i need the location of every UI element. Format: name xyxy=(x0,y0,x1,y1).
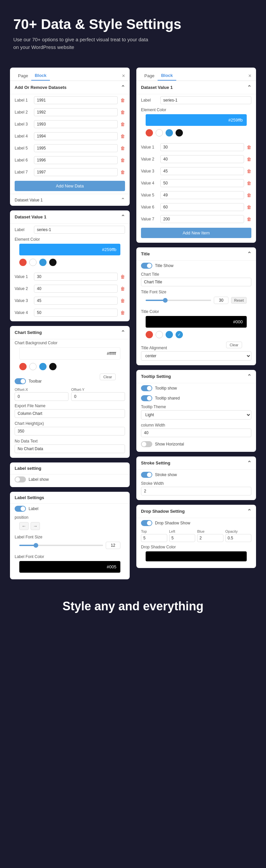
title-swatch-check[interactable]: ✓ xyxy=(175,331,183,338)
rvalue-input-7[interactable] xyxy=(160,215,244,223)
swatch-red-right[interactable] xyxy=(146,129,153,136)
label-input-5[interactable] xyxy=(34,144,118,152)
label-font-size-thumb[interactable] xyxy=(34,543,38,548)
tooltip-theme-select[interactable]: Light xyxy=(141,410,252,420)
delete-value-2[interactable]: 🗑 xyxy=(120,286,125,291)
export-file-input[interactable] xyxy=(14,409,125,418)
label-input-2[interactable] xyxy=(34,108,118,116)
rdelete-1[interactable]: 🗑 xyxy=(247,145,252,150)
chart-height-input[interactable] xyxy=(14,427,125,435)
rdelete-2[interactable]: 🗑 xyxy=(247,156,252,162)
delete-label-4[interactable]: 🗑 xyxy=(120,133,125,139)
title-font-size-thumb[interactable] xyxy=(163,298,168,303)
title-alignment-select[interactable]: center xyxy=(141,351,252,361)
bg-swatch-red[interactable] xyxy=(19,363,27,370)
swatch-blue-right[interactable] xyxy=(166,129,173,136)
tooltip-show-toggle[interactable] xyxy=(141,385,152,391)
title-swatch-red[interactable] xyxy=(146,331,153,338)
swatch-blue[interactable] xyxy=(39,259,46,266)
title-show-toggle[interactable] xyxy=(141,263,152,269)
value-input-2[interactable] xyxy=(34,285,118,293)
label-font-color-display[interactable]: #005 xyxy=(19,561,120,573)
toolbar-toggle[interactable] xyxy=(14,378,26,384)
stroke-collapse[interactable] xyxy=(247,460,252,466)
close-icon-right[interactable]: × xyxy=(248,73,252,79)
series-label-input[interactable] xyxy=(34,226,125,234)
tab-page-right[interactable]: Page xyxy=(141,71,158,80)
rdelete-4[interactable]: 🗑 xyxy=(247,181,252,186)
dataset-collapse-icon[interactable] xyxy=(121,197,125,203)
shadow-color-display[interactable] xyxy=(146,551,247,561)
delete-label-6[interactable]: 🗑 xyxy=(120,157,125,163)
shadow-opacity-input[interactable] xyxy=(226,534,252,542)
no-data-text-input[interactable] xyxy=(14,444,125,453)
delete-value-1[interactable]: 🗑 xyxy=(120,274,125,279)
swatch-red[interactable] xyxy=(19,259,27,266)
label-input-6[interactable] xyxy=(34,156,118,164)
rdelete-3[interactable]: 🗑 xyxy=(247,168,252,174)
rvalue-input-3[interactable] xyxy=(160,167,244,175)
value-input-4[interactable] xyxy=(34,309,118,317)
stroke-show-toggle[interactable] xyxy=(141,472,152,478)
position-left-button[interactable]: ← xyxy=(19,522,29,530)
delete-label-1[interactable]: 🗑 xyxy=(120,98,125,103)
title-color-display[interactable]: #000 xyxy=(146,316,247,328)
tab-page-left[interactable]: Page xyxy=(14,71,31,80)
swatch-white[interactable] xyxy=(29,259,37,266)
add-new-item-button[interactable]: Add New Item xyxy=(141,228,252,238)
tab-block-right[interactable]: Block xyxy=(158,71,176,81)
value-input-1[interactable] xyxy=(34,273,118,281)
delete-label-3[interactable]: 🗑 xyxy=(120,122,125,127)
rvalue-input-4[interactable] xyxy=(160,179,244,187)
shadow-left-input[interactable] xyxy=(169,534,196,542)
chart-title-input[interactable] xyxy=(141,278,252,286)
rvalue-input-2[interactable] xyxy=(160,155,244,163)
bg-swatch-black[interactable] xyxy=(49,363,57,370)
collapse-icon[interactable] xyxy=(121,84,125,91)
shadow-collapse[interactable] xyxy=(247,508,252,515)
dataset-detail-collapse[interactable] xyxy=(121,214,125,220)
rvalue-input-6[interactable] xyxy=(160,203,244,211)
drop-shadow-toggle[interactable] xyxy=(141,520,152,526)
stroke-width-input[interactable] xyxy=(141,487,252,495)
label-toggle[interactable] xyxy=(14,506,26,512)
tooltip-collapse[interactable] xyxy=(247,373,252,379)
bg-swatch-white[interactable] xyxy=(29,363,37,370)
delete-value-3[interactable]: 🗑 xyxy=(120,298,125,303)
shadow-top-input[interactable] xyxy=(141,534,167,542)
tooltip-shared-toggle[interactable] xyxy=(141,395,152,401)
delete-label-7[interactable]: 🗑 xyxy=(120,169,125,175)
series-input-right[interactable] xyxy=(160,96,252,104)
label-input-7[interactable] xyxy=(34,168,118,176)
label-input-4[interactable] xyxy=(34,132,118,140)
close-icon-left[interactable]: × xyxy=(122,73,125,79)
swatch-white-right[interactable] xyxy=(156,129,163,136)
column-width-input[interactable] xyxy=(141,429,252,437)
bg-color-display[interactable]: #ffffff xyxy=(19,347,120,360)
rdelete-5[interactable]: 🗑 xyxy=(247,192,252,198)
offset-y-input[interactable] xyxy=(71,392,125,401)
swatch-black[interactable] xyxy=(49,259,57,266)
tab-block-left[interactable]: Block xyxy=(31,71,49,81)
title-swatch-white[interactable] xyxy=(156,331,163,338)
rdelete-7[interactable]: 🗑 xyxy=(247,216,252,222)
label-input-3[interactable] xyxy=(34,120,118,128)
element-color-display[interactable]: #259ffb xyxy=(19,244,120,255)
rdelete-6[interactable]: 🗑 xyxy=(247,205,252,210)
clear-bg-color-button[interactable]: Clear xyxy=(100,374,116,380)
chart-setting-collapse[interactable] xyxy=(121,329,125,336)
title-font-size-reset[interactable]: Reset xyxy=(231,297,247,304)
dataset-collapse-right[interactable] xyxy=(247,84,252,91)
position-right-button[interactable]: → xyxy=(31,522,40,530)
clear-title-color-button[interactable]: Clear xyxy=(226,342,242,348)
element-color-display-right[interactable]: #259ffb xyxy=(146,114,247,126)
delete-value-4[interactable]: 🗑 xyxy=(120,310,125,315)
swatch-black-right[interactable] xyxy=(175,129,183,136)
delete-label-5[interactable]: 🗑 xyxy=(120,146,125,151)
rvalue-input-1[interactable] xyxy=(160,143,244,151)
delete-label-2[interactable]: 🗑 xyxy=(120,110,125,115)
label-show-toggle[interactable] xyxy=(14,476,26,483)
title-swatch-blue[interactable] xyxy=(166,331,173,338)
bg-swatch-blue[interactable] xyxy=(39,363,46,370)
title-collapse[interactable] xyxy=(247,251,252,257)
